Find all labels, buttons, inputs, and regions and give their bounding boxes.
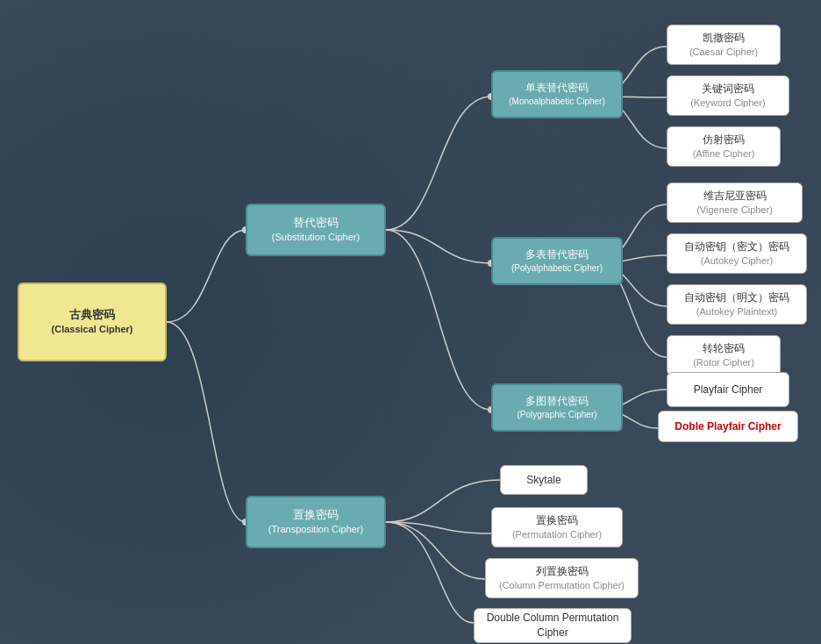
polygraph-chinese: 多图替代密码 xyxy=(525,394,589,409)
autokey-cipher-node: 自动密钥（密文）密码 (Autokey Cipher) xyxy=(667,233,807,274)
permutation-chinese: 置换密码 xyxy=(536,513,578,528)
permutation-english: (Permutation Cipher) xyxy=(512,528,602,541)
doble-playfair-node: Doble Playfair Cipher xyxy=(658,411,798,442)
substitution-english: (Substitution Cipher) xyxy=(272,231,360,244)
caesar-chinese: 凯撒密码 xyxy=(703,31,745,46)
vigenere-chinese: 维吉尼亚密码 xyxy=(703,189,767,204)
polygraphic-node: 多图替代密码 (Polygraphic Cipher) xyxy=(491,383,623,432)
vigenere-english: (Vigenere Cipher) xyxy=(696,204,773,217)
root-chinese: 古典密码 xyxy=(69,307,115,323)
affine-node: 仿射密码 (Affine Cipher) xyxy=(667,126,781,167)
keyword-chinese: 关键词密码 xyxy=(702,82,754,97)
column-permutation-node: 列置换密码 (Column Permutation Cipher) xyxy=(485,558,639,598)
polyalphabetic-node: 多表替代密码 (Polyalphabetic Cipher) xyxy=(491,237,623,285)
mono-english: (Monoalphabetic Cipher) xyxy=(509,96,605,108)
monoalphabetic-node: 单表替代密码 (Monoalphabetic Cipher) xyxy=(491,70,623,118)
autokey-cipher-chinese: 自动密钥（密文）密码 xyxy=(684,240,789,254)
skytale-label: Skytale xyxy=(526,473,560,488)
autokey-plain-node: 自动密钥（明文）密码 (Autokey Plaintext) xyxy=(667,284,807,325)
autokey-plain-chinese: 自动密钥（明文）密码 xyxy=(684,290,789,305)
permutation-node: 置换密码 (Permutation Cipher) xyxy=(491,507,623,547)
caesar-english: (Caesar Cipher) xyxy=(689,46,758,59)
root-node: 古典密码 (Classical Cipher) xyxy=(18,283,167,361)
double-column-label: Double Column Permutation Cipher xyxy=(483,611,622,640)
transposition-chinese: 置换密码 xyxy=(293,507,339,523)
playfair-node: Playfair Cipher xyxy=(667,372,789,407)
double-column-node: Double Column Permutation Cipher xyxy=(474,608,632,643)
rotor-chinese: 转轮密码 xyxy=(703,341,745,356)
poly-chinese: 多表替代密码 xyxy=(525,247,589,262)
substitution-chinese: 替代密码 xyxy=(293,215,339,231)
rotor-english: (Rotor Cipher) xyxy=(693,356,754,369)
root-english: (Classical Cipher) xyxy=(52,323,133,336)
affine-english: (Affine Cipher) xyxy=(693,147,755,161)
affine-chinese: 仿射密码 xyxy=(703,132,745,147)
playfair-label: Playfair Cipher xyxy=(694,383,763,397)
transposition-english: (Transposition Cipher) xyxy=(268,523,363,536)
keyword-english: (Keyword Cipher) xyxy=(690,97,766,110)
keyword-node: 关键词密码 (Keyword Cipher) xyxy=(667,75,789,116)
vigenere-node: 维吉尼亚密码 (Vigenere Cipher) xyxy=(667,182,803,223)
column-perm-english: (Column Permutation Cipher) xyxy=(499,579,625,592)
poly-english: (Polyalphabetic Cipher) xyxy=(511,262,603,275)
autokey-plain-english: (Autokey Plaintext) xyxy=(696,305,777,318)
autokey-cipher-english: (Autokey Cipher) xyxy=(701,254,774,268)
skytale-node: Skytale xyxy=(500,465,588,495)
rotor-node: 转轮密码 (Rotor Cipher) xyxy=(667,335,781,376)
substitution-node: 替代密码 (Substitution Cipher) xyxy=(246,204,386,256)
column-perm-chinese: 列置换密码 xyxy=(536,564,589,579)
mono-chinese: 单表替代密码 xyxy=(525,81,589,96)
doble-playfair-label: Doble Playfair Cipher xyxy=(675,419,781,434)
caesar-node: 凯撒密码 (Caesar Cipher) xyxy=(667,25,781,65)
polygraph-english: (Polygraphic Cipher) xyxy=(517,409,596,421)
transposition-node: 置换密码 (Transposition Cipher) xyxy=(246,496,386,548)
